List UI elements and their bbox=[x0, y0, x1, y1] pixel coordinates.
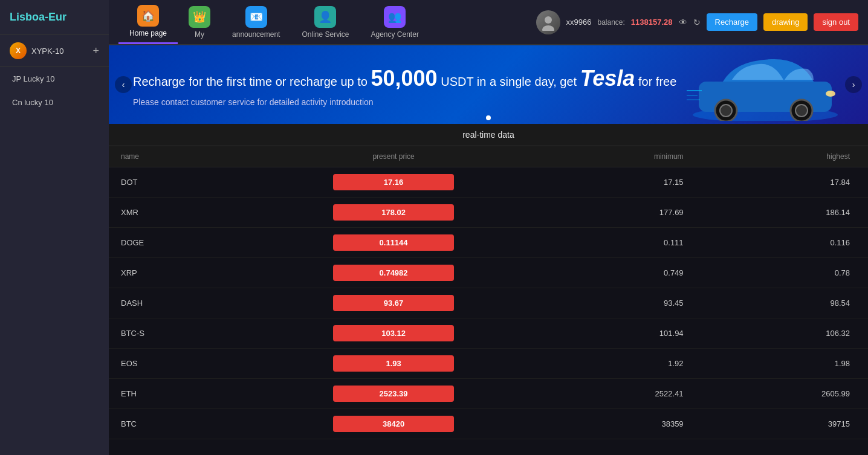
banner-next-button[interactable]: › bbox=[845, 76, 862, 93]
table-row: DOT 17.16 17.15 17.84 bbox=[109, 167, 868, 198]
min-cell: 0.111 bbox=[538, 228, 696, 258]
min-cell: 0.749 bbox=[538, 258, 696, 288]
price-badge: 1.93 bbox=[333, 355, 454, 372]
nav-icon: 👤 bbox=[314, 6, 336, 28]
col-min: minimum bbox=[538, 146, 696, 167]
banner-dot-1 bbox=[486, 115, 491, 120]
coin-name: XRP bbox=[109, 258, 249, 288]
eye-icon-button[interactable]: 👁 bbox=[679, 18, 687, 27]
top-navigation: 🏠 Home page 👑 My 📧 announcement 👤 Online… bbox=[109, 0, 868, 45]
max-cell: 98.54 bbox=[696, 288, 868, 318]
coin-name: XMR bbox=[109, 198, 249, 228]
price-badge: 103.12 bbox=[333, 325, 454, 341]
banner-prev-button[interactable]: ‹ bbox=[115, 76, 132, 93]
sidebar-user: X XYPK-10 + bbox=[0, 35, 109, 67]
price-badge: 0.11144 bbox=[333, 234, 454, 251]
sidebar-nav-item[interactable]: Cn lucky 10 bbox=[0, 91, 109, 114]
price-cell: 0.11144 bbox=[249, 228, 537, 258]
price-cell: 93.67 bbox=[249, 288, 537, 318]
table-header-row: name present price minimum highest bbox=[109, 146, 868, 167]
max-cell: 17.84 bbox=[696, 167, 868, 198]
table-row: XMR 178.02 177.69 186.14 bbox=[109, 198, 868, 228]
col-max: highest bbox=[696, 146, 868, 167]
main-content: 🏠 Home page 👑 My 📧 announcement 👤 Online… bbox=[109, 0, 868, 455]
price-cell: 178.02 bbox=[249, 198, 537, 228]
price-cell: 2523.39 bbox=[249, 379, 537, 409]
nav-item-agency-center[interactable]: 👥 Agency Center bbox=[360, 1, 430, 44]
sidebar-logo: Lisboa-Eur bbox=[0, 0, 109, 35]
coin-name: BTC-S bbox=[109, 318, 249, 349]
nav-icon: 📧 bbox=[245, 6, 267, 28]
price-badge: 0.74982 bbox=[333, 265, 454, 281]
realtime-header: real-time data bbox=[109, 124, 868, 146]
coin-name: DASH bbox=[109, 288, 249, 318]
nav-label: announcement bbox=[232, 30, 280, 39]
nav-label: My bbox=[195, 30, 204, 39]
drawing-button[interactable]: drawing bbox=[763, 13, 808, 31]
refresh-icon-button[interactable]: ↻ bbox=[693, 18, 701, 27]
svg-point-0 bbox=[545, 16, 552, 24]
coin-name: BTC bbox=[109, 409, 249, 439]
sidebar-username: XYPK-10 bbox=[31, 47, 92, 56]
svg-point-1 bbox=[542, 25, 554, 31]
col-name: name bbox=[109, 146, 249, 167]
max-cell: 2605.99 bbox=[696, 379, 868, 409]
nav-label: Online Service bbox=[302, 30, 349, 39]
signout-button[interactable]: sign out bbox=[814, 13, 858, 31]
coin-name: EOS bbox=[109, 349, 249, 379]
price-table: name present price minimum highest DOT 1… bbox=[109, 146, 868, 439]
banner-line1: Recharge for the first time or recharge … bbox=[133, 62, 687, 95]
promo-banner: ‹ Recharge for the first time or recharg… bbox=[109, 45, 868, 124]
topnav-right: xx9966 balance: 1138157.28 👁 ↻ Recharge … bbox=[536, 10, 858, 34]
min-cell: 1.92 bbox=[538, 349, 696, 379]
price-badge: 93.67 bbox=[333, 295, 454, 311]
table-row: DOGE 0.11144 0.111 0.116 bbox=[109, 228, 868, 258]
table-row: ETH 2523.39 2522.41 2605.99 bbox=[109, 379, 868, 409]
price-cell: 38420 bbox=[249, 409, 537, 439]
nav-label: Agency Center bbox=[371, 30, 419, 39]
nav-item-online-service[interactable]: 👤 Online Service bbox=[291, 1, 360, 44]
nav-item-home-page[interactable]: 🏠 Home page bbox=[118, 0, 178, 44]
max-cell: 39715 bbox=[696, 409, 868, 439]
min-cell: 2522.41 bbox=[538, 379, 696, 409]
table-row: EOS 1.93 1.92 1.98 bbox=[109, 349, 868, 379]
min-cell: 177.69 bbox=[538, 198, 696, 228]
banner-dots bbox=[486, 115, 491, 120]
nav-item-announcement[interactable]: 📧 announcement bbox=[221, 1, 291, 44]
price-cell: 103.12 bbox=[249, 318, 537, 349]
max-cell: 1.98 bbox=[696, 349, 868, 379]
price-badge: 178.02 bbox=[333, 204, 454, 221]
table-row: BTC 38420 38359 39715 bbox=[109, 409, 868, 439]
nav-icon: 👥 bbox=[384, 6, 406, 28]
banner-text: Recharge for the first time or recharge … bbox=[133, 62, 687, 107]
nav-label: Home page bbox=[129, 29, 167, 37]
max-cell: 0.78 bbox=[696, 258, 868, 288]
price-cell: 17.16 bbox=[249, 167, 537, 198]
user-avatar-large bbox=[536, 10, 560, 34]
min-cell: 101.94 bbox=[538, 318, 696, 349]
svg-point-5 bbox=[720, 105, 732, 117]
coin-name: DOT bbox=[109, 167, 249, 198]
price-cell: 0.74982 bbox=[249, 258, 537, 288]
max-cell: 106.32 bbox=[696, 318, 868, 349]
max-cell: 186.14 bbox=[696, 198, 868, 228]
username-display: xx9966 bbox=[566, 18, 592, 27]
nav-item-my[interactable]: 👑 My bbox=[178, 1, 221, 44]
price-badge: 17.16 bbox=[333, 174, 454, 190]
svg-point-7 bbox=[795, 105, 808, 117]
banner-car-image bbox=[687, 48, 844, 121]
min-cell: 93.45 bbox=[538, 288, 696, 318]
price-badge: 38420 bbox=[333, 416, 454, 432]
table-row: DASH 93.67 93.45 98.54 bbox=[109, 288, 868, 318]
sidebar-nav: JP Lucky 10Cn lucky 10 bbox=[0, 67, 109, 114]
coin-name: ETH bbox=[109, 379, 249, 409]
price-cell: 1.93 bbox=[249, 349, 537, 379]
min-cell: 17.15 bbox=[538, 167, 696, 198]
recharge-button[interactable]: Recharge bbox=[707, 13, 757, 31]
col-price: present price bbox=[249, 146, 537, 167]
coin-name: DOGE bbox=[109, 228, 249, 258]
add-button[interactable]: + bbox=[92, 45, 99, 57]
sidebar-nav-item[interactable]: JP Lucky 10 bbox=[0, 67, 109, 91]
nav-items-container: 🏠 Home page 👑 My 📧 announcement 👤 Online… bbox=[118, 0, 430, 44]
svg-point-8 bbox=[826, 91, 835, 97]
